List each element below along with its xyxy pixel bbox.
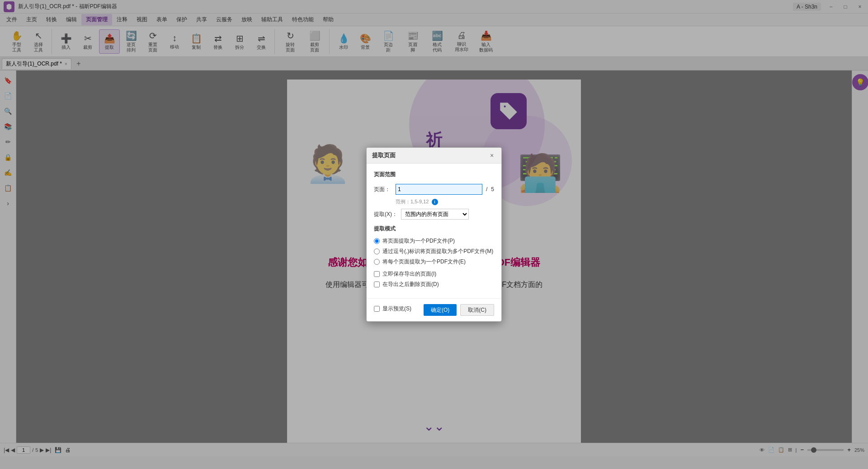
- cancel-button[interactable]: 取消(C): [460, 304, 494, 316]
- radio-row-1: 将页面提取为一个PDF文件(P): [374, 237, 494, 245]
- dialog-title-bar: 提取页面 ×: [367, 148, 501, 164]
- extract-label: 提取(X)：: [374, 211, 397, 218]
- radio-row-3: 将每个页面提取为一个PDF文件(E): [374, 258, 494, 266]
- radio-label-2[interactable]: 通过逗号(,)标识将页面提取为多个PDF文件(M): [382, 248, 493, 255]
- info-icon[interactable]: i: [432, 199, 438, 205]
- page-hint: 范例：1,5-9,12 i: [396, 198, 494, 205]
- dialog-close-button[interactable]: ×: [488, 151, 496, 159]
- extract-mode-section-title: 提取模式: [374, 225, 494, 233]
- radio-multi-pdf[interactable]: [374, 249, 380, 254]
- checkbox-label-2[interactable]: 在导出之后删除页面(D): [382, 281, 439, 288]
- checkbox-row-1: 立即保存导出的页面(I): [374, 270, 494, 278]
- hint-text: 范例：1,5-9,12: [396, 199, 429, 204]
- page-range-section-title: 页面范围: [374, 171, 494, 178]
- checkboxes-section: 立即保存导出的页面(I) 在导出之后删除页面(D): [374, 270, 494, 288]
- checkbox-row-2: 在导出之后删除页面(D): [374, 281, 494, 288]
- radio-row-2: 通过逗号(,)标识将页面提取为多个PDF文件(M): [374, 248, 494, 255]
- radio-single-pdf[interactable]: [374, 238, 380, 244]
- checkbox-label-1[interactable]: 立即保存导出的页面(I): [382, 270, 436, 278]
- extract-pages-dialog: 提取页面 × 页面范围 页面： / 5 范例：1,5-9,12 i 提取(X)：…: [366, 147, 502, 322]
- radio-label-1[interactable]: 将页面提取为一个PDF文件(P): [382, 237, 455, 245]
- radio-each-pdf[interactable]: [374, 259, 380, 265]
- dialog-body: 页面范围 页面： / 5 范例：1,5-9,12 i 提取(X)： 范围内的所有…: [367, 164, 501, 298]
- extract-option-row: 提取(X)： 范围内的所有页面 奇数页 偶数页: [374, 209, 494, 220]
- page-input-row: 页面： / 5: [374, 184, 494, 195]
- page-range-input[interactable]: [396, 184, 482, 195]
- extract-select[interactable]: 范围内的所有页面 奇数页 偶数页: [401, 209, 469, 220]
- checkbox-label-3[interactable]: 显示预览(S): [382, 305, 411, 313]
- page-label: 页面：: [374, 186, 392, 193]
- checkbox-preview[interactable]: [374, 306, 380, 312]
- preview-checkbox-row: 显示预览(S): [374, 304, 420, 313]
- checkbox-save-immediately[interactable]: [374, 271, 380, 277]
- ok-button[interactable]: 确定(O): [424, 304, 457, 316]
- total-pages: 5: [491, 186, 494, 192]
- dialog-title: 提取页面: [372, 151, 396, 159]
- checkbox-delete-after[interactable]: [374, 281, 380, 287]
- slash: /: [486, 186, 487, 192]
- radio-label-3[interactable]: 将每个页面提取为一个PDF文件(E): [382, 258, 466, 266]
- dialog-footer: 显示预览(S) 确定(O) 取消(C): [367, 298, 501, 321]
- modal-overlay: 提取页面 × 页面范围 页面： / 5 范例：1,5-9,12 i 提取(X)：…: [0, 0, 868, 469]
